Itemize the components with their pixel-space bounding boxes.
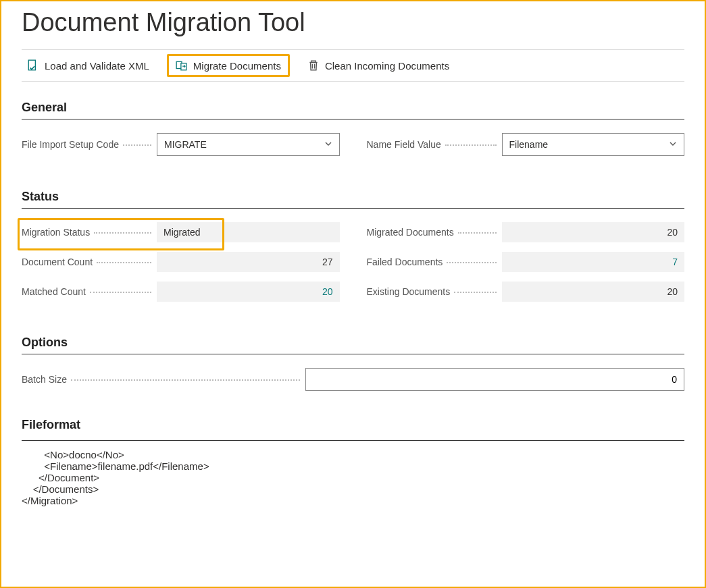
toolbar: Load and Validate XML Migrate Documents …	[22, 49, 684, 82]
name-field-label: Name Field Value	[367, 139, 502, 150]
migration-status-row: Migration Status Migrated	[22, 222, 340, 242]
load-validate-xml-button[interactable]: Load and Validate XML	[22, 56, 155, 75]
matched-count-value[interactable]: 20	[157, 282, 340, 302]
migration-status-label: Migration Status	[22, 227, 157, 238]
document-count-label: Document Count	[22, 257, 157, 267]
failed-docs-label: Failed Documents	[367, 257, 502, 267]
existing-docs-label: Existing Documents	[367, 286, 502, 297]
document-check-icon	[27, 59, 39, 72]
status-section: Status Migration Status Migrated Documen…	[22, 190, 684, 311]
section-header-status: Status	[22, 190, 684, 209]
file-import-setup-value: MIGRATE	[164, 139, 207, 150]
document-count-value: 27	[157, 252, 340, 272]
clean-incoming-documents-button[interactable]: Clean Incoming Documents	[302, 56, 455, 75]
migrated-docs-label: Migrated Documents	[367, 227, 502, 238]
chevron-down-icon	[669, 139, 677, 150]
trash-icon	[307, 59, 320, 72]
failed-docs-value[interactable]: 7	[502, 252, 685, 272]
file-import-setup-select[interactable]: MIGRATE	[157, 133, 340, 156]
toolbar-label: Clean Incoming Documents	[325, 60, 449, 72]
migrate-documents-button[interactable]: Migrate Documents	[167, 54, 290, 77]
section-header-fileformat: Fileformat	[22, 418, 684, 436]
migration-status-value: Migrated	[157, 222, 340, 242]
name-field-select[interactable]: Filename	[502, 133, 685, 156]
file-import-setup-label: File Import Setup Code	[22, 139, 157, 150]
batch-size-input[interactable]	[305, 368, 684, 391]
fileformat-textarea[interactable]: <No>docno</No> <Filename>filename.pdf</F…	[22, 441, 684, 542]
migrate-icon	[176, 59, 188, 72]
general-section: General File Import Setup Code MIGRATE N…	[22, 101, 684, 165]
name-field-value: Filename	[509, 139, 549, 150]
batch-size-label: Batch Size	[22, 374, 305, 385]
existing-docs-value: 20	[502, 282, 685, 302]
fileformat-section: Fileformat <No>docno</No> <Filename>file…	[22, 418, 684, 542]
options-section: Options Batch Size	[22, 336, 684, 391]
toolbar-label: Migrate Documents	[193, 60, 281, 72]
section-header-options: Options	[22, 336, 684, 354]
app-frame: Document Migration Tool Load and Validat…	[0, 0, 706, 588]
chevron-down-icon	[324, 139, 332, 150]
matched-count-label: Matched Count	[22, 286, 157, 297]
migrated-docs-value: 20	[502, 222, 685, 242]
toolbar-label: Load and Validate XML	[45, 60, 149, 72]
section-header-general: General	[22, 101, 684, 119]
page-title: Document Migration Tool	[22, 8, 684, 41]
